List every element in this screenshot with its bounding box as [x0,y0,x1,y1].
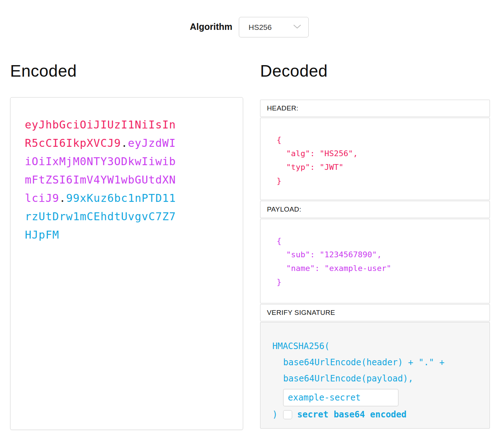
secret-input[interactable] [283,389,398,406]
closing-paren: ) [272,409,283,420]
verify-last-row: ) secret base64 encoded [272,409,482,420]
verify-signature-section-label: VERIFY SIGNATURE [260,304,490,321]
token-dot-separator: . [59,192,66,204]
chevron-down-icon [293,24,301,31]
payload-json-line: } [277,275,482,289]
payload-section-label: PAYLOAD: [260,201,490,218]
decoded-title: Decoded [260,61,328,81]
jwt-debugger-page: Algorithm HS256 Encoded Decoded eyJhbGci… [0,0,500,448]
algorithm-selected-value: HS256 [249,23,293,32]
header-json-line: "alg": "HS256", [277,147,482,160]
hmac-code-line: HMACSHA256( [272,338,482,354]
payload-json-line: "name": "example-user" [277,262,482,275]
payload-json-editor[interactable]: { "sub": "1234567890", "name": "example-… [260,219,490,303]
algorithm-label: Algorithm [144,22,232,32]
header-json-editor[interactable]: { "alg": "HS256", "typ": "JWT" } [260,118,490,200]
payload-json-line: { [277,234,482,248]
hmac-code-line: base64UrlEncode(payload), [272,371,482,387]
algorithm-select[interactable]: HS256 [239,17,309,37]
header-json-line: } [277,174,482,188]
payload-json-line: "sub": "1234567890", [277,248,482,262]
verify-signature-panel: HMACSHA256( base64UrlEncode(header) + ".… [260,322,490,429]
jwt-token-text[interactable]: eyJhbGciOiJIUzI1NiIsInR5cCI6IkpXVCJ9.eyJ… [25,116,180,244]
secret-base64-label[interactable]: secret base64 encoded [297,409,406,420]
header-json-line: { [277,133,482,147]
hmac-code-line: base64UrlEncode(header) + "." + [272,354,482,371]
decoded-column: HEADER: { "alg": "HS256", "typ": "JWT" }… [260,100,490,429]
header-section-label: HEADER: [260,100,490,117]
encoded-token-editor[interactable]: eyJhbGciOiJIUzI1NiIsInR5cCI6IkpXVCJ9.eyJ… [10,97,243,430]
token-dot-separator: . [121,137,128,149]
secret-base64-checkbox[interactable] [283,410,292,419]
encoded-title: Encoded [10,61,77,81]
header-json-line: "typ": "JWT" [277,160,482,174]
